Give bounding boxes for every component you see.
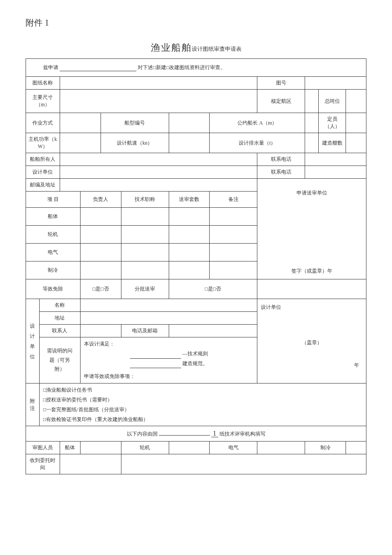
field-drawing-no[interactable] xyxy=(305,77,366,90)
field-receive-time[interactable] xyxy=(60,454,121,474)
field-ship-type-code[interactable] xyxy=(169,113,210,133)
field-engine-remark[interactable] xyxy=(210,226,257,244)
field-main-dims[interactable] xyxy=(60,90,257,113)
below-suffix: 纸技术评审机构填写 xyxy=(219,431,265,437)
label-design-displacement: 设计排水量（t） xyxy=(210,133,305,153)
field-refrig-resp[interactable] xyxy=(80,262,121,279)
label-contact: 联系人 xyxy=(39,325,80,337)
field-equiv-yesno[interactable]: □是□否 xyxy=(80,279,121,299)
label-design-meet: 本设计满足： xyxy=(84,339,254,349)
blank-build-spec[interactable] xyxy=(130,362,181,368)
field-gross-tonnage[interactable] xyxy=(346,90,366,113)
attach-list: □渔业船舶设计任务书 □授权送审的委托书（需要时） □一套完整图纸/首批图纸（分… xyxy=(39,384,366,426)
intro-suffix: 对下述□新建□改建图纸资料进行审查。 xyxy=(138,64,226,70)
field-refrig-remark[interactable] xyxy=(210,262,257,279)
label-design-unit: 设计单位 xyxy=(26,166,60,179)
field-design-speed[interactable] xyxy=(169,133,210,153)
field-contact-phone-1[interactable] xyxy=(305,153,366,166)
field-reviewer-electric[interactable] xyxy=(257,442,305,454)
field-engine-title[interactable] xyxy=(121,226,169,244)
field-design-unit[interactable] xyxy=(60,166,257,179)
label-batch-review: 分批送审 xyxy=(121,279,169,299)
field-need-explain-2[interactable]: 申请等效或免除事项： xyxy=(80,370,257,383)
section-divider: 以下内容由国 1 纸技术评审机构填写 xyxy=(26,426,366,442)
label-drawing-name: 图纸名称 xyxy=(26,77,60,90)
field-du-addr[interactable] xyxy=(80,312,257,325)
field-electric-title[interactable] xyxy=(121,244,169,262)
field-engine-resp[interactable] xyxy=(80,226,121,244)
field-main-power[interactable] xyxy=(60,133,101,153)
field-refrig-title[interactable] xyxy=(121,262,169,279)
label-apply-equiv: 申请等效或免除事项： xyxy=(84,373,135,379)
label-reviewer-hull: 船体 xyxy=(60,442,80,454)
field-design-displacement[interactable] xyxy=(305,133,319,153)
field-build-count[interactable] xyxy=(346,133,366,153)
field-applicant-blank[interactable] xyxy=(257,279,366,299)
intro-prefix: 兹申请 xyxy=(43,64,58,70)
label-applicant-unit: 申请送审单位 xyxy=(257,179,366,208)
field-batch-yesno[interactable]: □是□否 xyxy=(169,279,257,299)
design-unit-sign-area[interactable]: 设计单位 （盖章） 年 xyxy=(257,299,366,384)
label-contact-phone-1: 联系电话 xyxy=(257,153,305,166)
field-engine-sets[interactable] xyxy=(169,226,210,244)
field-hull-resp[interactable] xyxy=(80,208,121,226)
label-attach: 附注 xyxy=(26,384,40,426)
label-ship-owner: 船舶所有人 xyxy=(26,153,60,166)
label-equiv-exempt: 等效免除 xyxy=(26,279,81,299)
field-drawing-name[interactable] xyxy=(60,77,257,90)
label-refrig: 制冷 xyxy=(26,262,81,279)
label-phone-email: 电话及邮箱 xyxy=(121,325,169,337)
label-hull: 船体 xyxy=(26,208,81,226)
label-engine: 轮机 xyxy=(26,226,81,244)
attachment-label: 附件 1 xyxy=(26,17,366,29)
application-form-table: 兹申请 对下述□新建□改建图纸资料进行审查。 图纸名称 图号 主要尺寸（m） 核… xyxy=(26,58,366,474)
field-hull-title[interactable] xyxy=(121,208,169,226)
label-electric: 电气 xyxy=(26,244,81,262)
label-nav-area: 核定航区 xyxy=(257,90,305,113)
label-design-unit-right: 设计单位 xyxy=(261,301,363,312)
label-tech-title: 技术职称 xyxy=(121,192,169,208)
blank-tech-rule[interactable] xyxy=(130,353,181,359)
field-electric-sets[interactable] xyxy=(169,244,210,262)
label-drawing-no: 图号 xyxy=(257,77,305,90)
field-hull-remark[interactable] xyxy=(210,208,257,226)
attach-item-2: □授权送审的委托书（需要时） xyxy=(43,395,363,405)
field-du-phone-email[interactable] xyxy=(169,325,257,337)
field-contact-phone-2[interactable] xyxy=(305,166,366,179)
field-hull-sets[interactable] xyxy=(169,208,210,226)
below-num: 1 xyxy=(211,430,218,437)
field-need-explain-1[interactable]: 本设计满足： —技术规则 建造规范。 xyxy=(80,337,257,370)
field-convention-length[interactable] xyxy=(305,113,319,133)
field-ship-owner[interactable] xyxy=(60,153,257,166)
label-review-sets: 送审套数 xyxy=(169,192,210,208)
page-title: 渔业船舶设计图纸审查申请表 xyxy=(26,41,366,54)
label-main-power: 主机功率（kW） xyxy=(26,133,60,153)
label-seal: （盖章） xyxy=(261,338,363,348)
label-ship-type-code: 船型编号 xyxy=(101,113,169,133)
label-crew: 定员（人） xyxy=(319,113,346,133)
field-du-contact[interactable] xyxy=(80,325,121,337)
attach-item-3: □一套完整图纸/首批图纸（分批送审） xyxy=(43,405,363,415)
field-receive-extra[interactable] xyxy=(121,454,366,474)
label-reviewer-engine: 轮机 xyxy=(121,442,169,454)
attach-item-1: □渔业船舶设计任务书 xyxy=(43,385,363,395)
field-post-addr[interactable] xyxy=(60,179,257,192)
field-nav-area[interactable] xyxy=(305,90,319,113)
below-prefix: 以下内容由国 xyxy=(127,431,158,437)
label-reviewer-refrig: 制冷 xyxy=(305,442,346,454)
label-work-mode: 作业方式 xyxy=(26,113,60,133)
label-design-unit-block: 设计单位 xyxy=(26,299,40,384)
field-work-mode[interactable] xyxy=(60,113,101,133)
field-du-name[interactable] xyxy=(80,299,257,312)
field-electric-resp[interactable] xyxy=(80,244,121,262)
field-electric-remark[interactable] xyxy=(210,244,257,262)
applicant-sign-area[interactable]: 签字（或盖章）年 xyxy=(257,208,366,279)
intro-blank[interactable] xyxy=(60,65,136,71)
field-reviewer-engine[interactable] xyxy=(169,442,210,454)
field-reviewer-refrig[interactable] xyxy=(346,442,366,454)
field-reviewer-hull[interactable] xyxy=(80,442,121,454)
label-tech-rule: —技术规则 xyxy=(182,351,208,357)
label-reviewer: 审图人员 xyxy=(26,442,60,454)
field-crew[interactable] xyxy=(346,113,366,133)
field-refrig-sets[interactable] xyxy=(169,262,210,279)
